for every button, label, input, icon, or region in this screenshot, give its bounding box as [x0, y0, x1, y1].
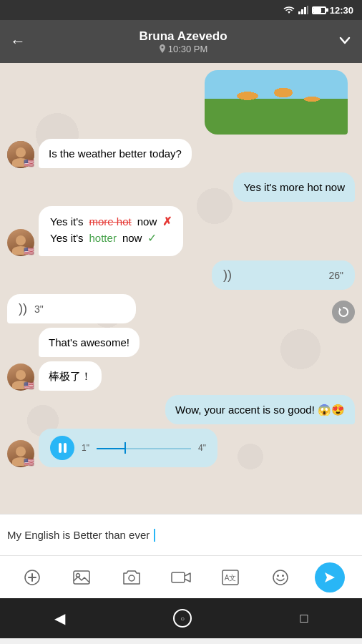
text-cursor	[154, 529, 155, 542]
voice-time-start: 1"	[82, 443, 89, 453]
correct-mark: ✓	[147, 231, 157, 245]
message-row: 🇺🇸 1" 4"	[7, 429, 355, 467]
waveform-played	[97, 448, 125, 449]
location-icon	[159, 44, 166, 53]
avatar-wrapper: 🇺🇸	[7, 229, 34, 256]
flag-emoji: 🇺🇸	[24, 246, 34, 256]
message-text: 棒极了！	[49, 370, 92, 382]
voice-message[interactable]: 1" 4"	[39, 429, 217, 467]
wrong-prefix: Yes it's	[50, 215, 84, 228]
correct-word: hotter	[89, 232, 117, 244]
message-text: That's awesome!	[49, 336, 129, 348]
svg-point-16	[273, 570, 288, 585]
input-area: My English is Better than ever	[0, 514, 362, 555]
message-text: Is the weather better today?	[49, 147, 182, 160]
wrong-correction-row: Yes it's more hot now ✗	[50, 215, 172, 228]
pause-bar-left	[59, 443, 62, 453]
contact-info: Bruna Azevedo 10:30 PM	[36, 29, 331, 54]
image-content	[205, 70, 348, 135]
message-row: Wow, your accent is so good! 😱😍	[7, 395, 355, 424]
message-bubble[interactable]: Wow, your accent is so good! 😱😍	[165, 395, 355, 424]
input-text: My English is Better than ever	[7, 529, 150, 541]
toolbar: A文	[0, 555, 362, 598]
svg-rect-2	[301, 9, 303, 14]
camera-icon	[122, 570, 141, 585]
message-row: 🇺🇸 Is the weather better today?	[7, 139, 355, 168]
message-row: 🇺🇸 棒极了！	[7, 361, 355, 391]
signal-icon	[298, 6, 308, 14]
send-button[interactable]	[315, 562, 345, 592]
chat-header: ← Bruna Azevedo 10:30 PM	[0, 20, 362, 63]
image-message[interactable]	[205, 70, 348, 135]
wrong-mark: ✗	[162, 215, 172, 228]
message-bubble[interactable]: Is the weather better today?	[39, 139, 192, 168]
waveform-icon: ))	[223, 268, 232, 283]
pause-bar-right	[64, 443, 67, 453]
battery-icon	[312, 6, 326, 14]
message-row: Yes it's more hot now	[7, 172, 355, 202]
message-row: 🇺🇸 Yes it's more hot now ✗ Yes it's hott…	[7, 206, 355, 256]
camera-button[interactable]	[117, 562, 147, 592]
svg-point-5	[161, 47, 163, 49]
svg-rect-4	[307, 6, 308, 14]
correction-bubble[interactable]: Yes it's more hot now ✗ Yes it's hotter …	[39, 206, 183, 256]
chevron-down-icon	[338, 33, 352, 47]
video-button[interactable]	[166, 562, 196, 592]
svg-marker-0	[288, 11, 290, 14]
nav-home-button[interactable]: ○	[173, 609, 192, 628]
avatar-wrapper: 🇺🇸	[7, 141, 34, 168]
correct-suffix: now	[122, 232, 142, 244]
image-button[interactable]	[67, 562, 97, 592]
dropdown-button[interactable]	[338, 33, 352, 51]
chat-messages: 🇺🇸 Is the weather better today? Yes it's…	[7, 70, 355, 467]
contact-time: 10:30 PM	[159, 44, 208, 54]
wrong-suffix: now	[137, 215, 157, 228]
replay-button[interactable]	[332, 301, 355, 323]
chat-area: 🇺🇸 Is the weather better today? Yes it's…	[0, 63, 362, 514]
image-icon	[73, 570, 90, 585]
send-icon	[323, 571, 336, 584]
message-row	[7, 70, 355, 135]
emoji-button[interactable]	[265, 562, 295, 592]
waveform-line	[97, 441, 191, 455]
flag-emoji: 🇺🇸	[24, 381, 34, 391]
status-bar: 12:30	[0, 0, 362, 20]
svg-rect-10	[74, 571, 89, 584]
audio-message[interactable]: )) 26"	[212, 260, 355, 290]
nav-recent-button[interactable]: □	[300, 611, 308, 626]
audio-duration: 3"	[34, 303, 44, 315]
audio-duration: 26"	[328, 270, 343, 281]
video-icon	[171, 570, 191, 585]
svg-text:A文: A文	[225, 574, 237, 582]
plus-button[interactable]	[17, 562, 47, 592]
svg-rect-1	[298, 11, 300, 14]
correct-correction-row: Yes it's hotter now ✓	[50, 231, 172, 245]
svg-rect-13	[172, 572, 185, 582]
voice-time-end: 4"	[198, 443, 206, 453]
message-bubble[interactable]: Yes it's more hot now	[233, 172, 355, 202]
status-icons: 12:30	[283, 5, 353, 16]
play-pause-button[interactable]	[50, 436, 74, 460]
back-button[interactable]: ←	[10, 32, 26, 51]
translate-icon: A文	[222, 570, 239, 585]
translate-button[interactable]: A文	[215, 562, 245, 592]
contact-name: Bruna Azevedo	[139, 29, 227, 44]
svg-point-17	[277, 575, 279, 577]
small-audio-message[interactable]: )) 3"	[7, 294, 136, 323]
replay-icon	[338, 306, 349, 318]
message-bubble[interactable]: That's awesome!	[39, 328, 140, 357]
nav-back-button[interactable]: ◀	[54, 610, 65, 627]
waveform-icon: ))	[19, 301, 27, 316]
wifi-icon	[283, 6, 295, 14]
svg-point-12	[129, 575, 134, 581]
flag-emoji: 🇺🇸	[24, 457, 34, 467]
message-text: Wow, your accent is so good! 😱😍	[175, 404, 345, 416]
avatar-wrapper: 🇺🇸	[7, 364, 34, 391]
emoji-icon	[272, 569, 289, 586]
correct-prefix: Yes it's	[50, 232, 84, 244]
plus-icon	[24, 570, 40, 585]
message-row: That's awesome!	[39, 328, 355, 357]
message-bubble[interactable]: 棒极了！	[39, 361, 102, 391]
message-row: )) 3"	[7, 294, 355, 323]
message-row: )) 26"	[7, 260, 355, 290]
